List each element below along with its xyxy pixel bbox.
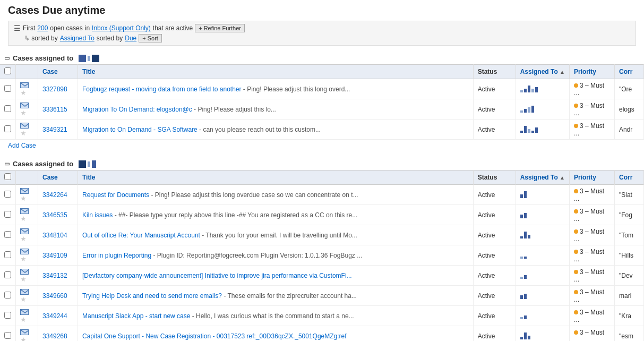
title-link[interactable]: Capital One Support - New Case Registrat…: [82, 333, 347, 340]
corr-text: mari: [619, 292, 631, 300]
filter-inbox-link[interactable]: Inbox (Support Only): [92, 24, 151, 32]
col-header-corr-2[interactable]: Corr: [615, 170, 644, 185]
star-icon[interactable]: ★: [20, 316, 27, 323]
section-1-collapse-icon[interactable]: ▭: [4, 55, 10, 62]
title-link[interactable]: Fogbugz request - moving data from one f…: [82, 86, 242, 93]
col-header-case-1[interactable]: Case: [38, 65, 78, 79]
row-checkbox[interactable]: [0, 185, 16, 205]
title-link[interactable]: Trying Help Desk and need to send more e…: [82, 292, 222, 300]
status-badge: Active: [478, 252, 495, 259]
priority-cell: 3 – Must ...: [570, 266, 615, 286]
title-link[interactable]: [Devfactory company-wide announcement] I…: [82, 272, 352, 279]
priority-dot: [574, 189, 578, 193]
corr-cell: "Fog: [615, 205, 644, 225]
case-title: Migration to On Demand - SGA Software - …: [78, 120, 474, 140]
title-link[interactable]: Manuscript Slack App - start new case: [82, 312, 190, 320]
title-rest: - can you please reach out to this custo…: [199, 126, 321, 133]
filter-count-link[interactable]: 200: [37, 24, 48, 32]
email-icon: [20, 123, 29, 129]
row-checkbox[interactable]: [0, 266, 16, 286]
email-svg: [21, 229, 29, 235]
star-icon[interactable]: ★: [20, 215, 27, 223]
row-checkbox[interactable]: [0, 306, 16, 326]
corr-text: "Fog: [619, 211, 632, 219]
row-checkbox[interactable]: [0, 326, 16, 342]
col-header-corr-1[interactable]: Corr: [615, 65, 644, 79]
case-link[interactable]: 3346535: [42, 211, 67, 219]
star-icon[interactable]: ★: [20, 255, 27, 263]
row-checkbox[interactable]: [0, 245, 16, 266]
case-link[interactable]: 3349132: [42, 272, 67, 279]
email-icon: [20, 309, 29, 315]
sort-by-due-link[interactable]: Due: [125, 35, 136, 42]
col-header-priority-1[interactable]: Priority: [570, 65, 615, 79]
col-header-assigned-1[interactable]: Assigned To ▲: [516, 65, 569, 79]
case-link[interactable]: 3348104: [42, 232, 67, 239]
title-link[interactable]: Migration to On Demand - SGA Software: [82, 126, 198, 133]
case-link[interactable]: 3349321: [42, 126, 67, 133]
row-checkbox[interactable]: [0, 79, 16, 99]
sort-by-assigned-link[interactable]: Assigned To: [60, 35, 95, 42]
col-header-assigned-2[interactable]: Assigned To ▲: [516, 170, 569, 185]
star-icon[interactable]: ★: [20, 336, 27, 341]
star-icon[interactable]: ★: [20, 295, 27, 303]
row-checkbox[interactable]: [0, 205, 16, 225]
col-header-case-2[interactable]: Case: [38, 170, 78, 185]
corr-text: "Hills: [619, 252, 633, 259]
title-link[interactable]: Migration To On Demand: elogsdon@c: [82, 106, 192, 113]
case-link[interactable]: 3349109: [42, 252, 67, 259]
row-checkbox[interactable]: [0, 120, 16, 140]
star-icon[interactable]: ★: [20, 109, 27, 117]
page-title: Cases Due anytime: [8, 4, 636, 16]
priority-cell: 3 – Must ...: [570, 120, 615, 140]
priority-text: 3 – Must ...: [574, 228, 604, 243]
case-title: [Devfactory company-wide announcement] I…: [78, 266, 474, 286]
priority-dot: [574, 229, 578, 234]
col-header-title-1[interactable]: Title: [78, 65, 474, 79]
title-link[interactable]: Request for Documents: [82, 191, 149, 199]
star-icon[interactable]: ★: [20, 194, 27, 202]
sort-button[interactable]: + Sort: [139, 34, 162, 42]
star-icon[interactable]: ★: [20, 275, 27, 283]
title-rest: - Thank you for your email. I will be tr…: [202, 232, 357, 239]
star-icon[interactable]: ★: [20, 235, 27, 243]
priority-dot: [574, 104, 578, 108]
assigned-cell: [516, 286, 569, 306]
case-link[interactable]: 3349660: [42, 292, 67, 300]
row-checkbox[interactable]: [0, 286, 16, 306]
table-row: ★ 3349321 Migration to On Demand - SGA S…: [0, 120, 644, 140]
table-row: ★ 3327898 Fogbugz request - moving data …: [0, 79, 644, 99]
refine-further-button[interactable]: + Refine Further: [195, 24, 245, 32]
title-link[interactable]: Kiln issues: [82, 211, 113, 219]
row-icons: ★: [16, 120, 38, 140]
row-checkbox[interactable]: [0, 225, 16, 245]
email-svg: [21, 83, 29, 89]
status-badge: Active: [478, 106, 495, 113]
corr-cell: "Hills: [615, 245, 644, 266]
col-header-title-2[interactable]: Title: [78, 170, 474, 185]
case-link[interactable]: 3342264: [42, 191, 67, 199]
status-cell: Active: [473, 225, 516, 245]
title-link[interactable]: Error in plugin Reporting: [82, 252, 151, 259]
row-icons: ★: [16, 326, 38, 342]
assigned-cell: [516, 326, 569, 342]
title-link[interactable]: Out of office Re: Your Manuscript Accoun…: [82, 232, 200, 239]
select-all-checkbox-1[interactable]: [4, 67, 11, 74]
table-row: ★ 3349268 Capital One Support - New Case…: [0, 326, 644, 342]
case-link[interactable]: 3349268: [42, 333, 67, 340]
status-cell: Active: [473, 245, 516, 266]
case-title: Migration To On Demand: elogsdon@c - Pin…: [78, 99, 474, 120]
case-link[interactable]: 3349244: [42, 312, 67, 320]
case-title: Trying Help Desk and need to send more e…: [78, 286, 474, 306]
col-header-priority-2[interactable]: Priority: [570, 170, 615, 185]
select-all-checkbox-2[interactable]: [4, 173, 11, 180]
section-2-collapse-icon[interactable]: ▭: [4, 160, 10, 167]
star-icon[interactable]: ★: [20, 89, 27, 97]
row-checkbox[interactable]: [0, 99, 16, 120]
add-case-1[interactable]: Add Case: [0, 140, 644, 151]
star-icon[interactable]: ★: [20, 129, 27, 137]
priority-text: 3 – Must ...: [574, 309, 604, 323]
case-link[interactable]: 3327898: [42, 86, 67, 93]
priority-text: 3 – Must ...: [574, 187, 604, 202]
case-link[interactable]: 3336115: [42, 106, 67, 113]
